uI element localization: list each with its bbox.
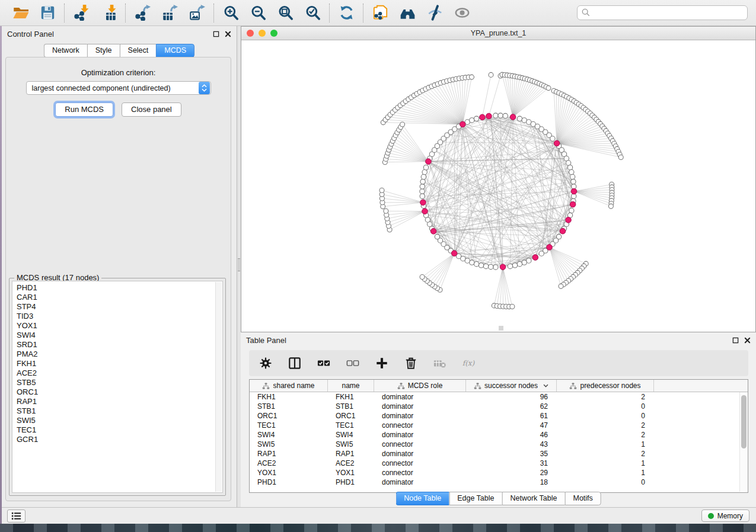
mcds-result-item[interactable]: FKH1 (17, 359, 222, 368)
cell-predecessor-nodes[interactable]: 1 (557, 469, 654, 477)
mcds-result-item[interactable]: STB1 (17, 406, 222, 416)
save-session-icon[interactable] (38, 4, 57, 22)
cell-successor-nodes[interactable]: 61 (466, 412, 557, 420)
mcds-result-item[interactable]: TID3 (17, 312, 222, 321)
cell-shared-name[interactable]: SWI5 (250, 440, 328, 448)
deselect-all-icon[interactable] (346, 356, 360, 370)
table-row[interactable]: STB1STB1dominator620 (250, 402, 748, 411)
cell-successor-nodes[interactable]: 96 (466, 393, 557, 401)
mcds-result-item[interactable]: YOX1 (17, 321, 222, 331)
settings-gear-icon[interactable] (259, 356, 273, 370)
cell-name[interactable]: YOX1 (328, 469, 374, 477)
cell-predecessor-nodes[interactable]: 0 (557, 402, 654, 411)
cell-shared-name[interactable]: STB1 (250, 402, 328, 411)
canvas-handle[interactable] (499, 326, 503, 331)
cell-successor-nodes[interactable]: 62 (466, 402, 557, 411)
cell-shared-name[interactable]: ACE2 (250, 459, 328, 467)
table-row[interactable]: TEC1TEC1connector472 (250, 421, 748, 430)
delete-icon[interactable] (404, 356, 418, 370)
open-file-icon[interactable] (11, 4, 30, 22)
table-row[interactable]: PHD1PHD1dominator180 (250, 477, 748, 487)
zoom-fit-icon[interactable] (276, 4, 295, 22)
cell-shared-name[interactable]: YOX1 (250, 469, 328, 477)
export-table-icon[interactable] (160, 4, 179, 22)
add-icon[interactable] (375, 356, 389, 370)
import-network-icon[interactable] (72, 4, 91, 22)
hide-details-icon[interactable] (425, 4, 444, 22)
cell-MCDS-role[interactable]: dominator (374, 402, 466, 411)
cell-successor-nodes[interactable]: 43 (466, 440, 557, 448)
zoom-out-icon[interactable] (248, 4, 267, 22)
show-details-icon[interactable] (452, 4, 471, 22)
cell-predecessor-nodes[interactable]: 2 (557, 450, 654, 458)
table-row[interactable]: ORC1ORC1dominator610 (250, 411, 748, 421)
mcds-result-item[interactable]: GCR1 (17, 435, 222, 444)
close-panel-icon[interactable] (224, 30, 231, 37)
clone-network-icon[interactable] (371, 4, 390, 22)
criterion-dropdown[interactable]: largest connected component (undirected) (26, 81, 211, 95)
float-table-panel-icon[interactable] (732, 336, 739, 344)
search-input[interactable] (577, 5, 748, 20)
cell-name[interactable]: RAP1 (328, 450, 374, 458)
close-table-panel-icon[interactable] (744, 336, 751, 344)
cell-predecessor-nodes[interactable]: 2 (557, 431, 654, 439)
mcds-result-item[interactable]: RAP1 (17, 397, 222, 406)
cell-predecessor-nodes[interactable]: 0 (557, 478, 654, 486)
network-canvas[interactable] (241, 40, 755, 332)
tab-network[interactable]: Network (44, 44, 87, 57)
network-window-titlebar[interactable]: YPA_prune.txt_1 (241, 27, 755, 40)
select-all-icon[interactable] (317, 356, 331, 370)
tab-select[interactable]: Select (120, 44, 157, 57)
cell-name[interactable]: ORC1 (328, 412, 374, 420)
column-header-successor-nodes[interactable]: successor nodes (466, 380, 557, 392)
mcds-result-item[interactable]: PHD1 (17, 283, 222, 293)
cell-name[interactable]: SWI5 (328, 440, 374, 448)
tab-node-table[interactable]: Node Table (395, 492, 449, 505)
task-history-button[interactable] (7, 509, 25, 523)
tab-motifs[interactable]: Motifs (564, 492, 601, 505)
mcds-list-scrollbar[interactable] (215, 282, 222, 492)
cell-successor-nodes[interactable]: 29 (466, 469, 557, 477)
import-table-icon[interactable] (99, 4, 118, 22)
column-header-shared-name[interactable]: shared name (250, 380, 328, 392)
tab-mcds[interactable]: MCDS (156, 44, 194, 57)
cell-name[interactable]: STB1 (328, 402, 374, 411)
cell-predecessor-nodes[interactable]: 2 (557, 421, 654, 430)
mcds-result-item[interactable]: STB5 (17, 378, 222, 387)
cell-MCDS-role[interactable]: dominator (374, 478, 466, 486)
table-row[interactable]: YOX1YOX1connector291 (250, 468, 748, 477)
table-row[interactable]: SWI5SWI5connector431 (250, 440, 748, 449)
cell-name[interactable]: FKH1 (328, 393, 374, 401)
mcds-result-item[interactable]: CAR1 (17, 293, 222, 302)
table-row[interactable]: SWI4SWI4dominator462 (250, 430, 748, 440)
cell-MCDS-role[interactable]: dominator (374, 431, 466, 439)
cell-MCDS-role[interactable]: connector (374, 421, 466, 430)
memory-button[interactable]: Memory (701, 509, 749, 522)
cell-successor-nodes[interactable]: 46 (466, 431, 557, 439)
mcds-result-item[interactable]: PMA2 (17, 350, 222, 359)
cell-MCDS-role[interactable]: dominator (374, 393, 466, 401)
cell-successor-nodes[interactable]: 35 (466, 450, 557, 458)
export-network-icon[interactable] (133, 4, 152, 22)
cell-successor-nodes[interactable]: 47 (466, 421, 557, 430)
zoom-selected-icon[interactable] (303, 4, 322, 22)
run-mcds-button[interactable]: Run MCDS (55, 102, 113, 117)
cell-predecessor-nodes[interactable]: 1 (557, 440, 654, 448)
zoom-in-icon[interactable] (221, 4, 240, 22)
tab-network-table[interactable]: Network Table (502, 492, 565, 505)
cell-successor-nodes[interactable]: 31 (466, 459, 557, 467)
table-row[interactable]: FKH1FKH1dominator962 (250, 392, 748, 402)
cell-shared-name[interactable]: ORC1 (250, 412, 328, 420)
binoculars-icon[interactable] (398, 4, 417, 22)
cell-MCDS-role[interactable]: connector (374, 459, 466, 467)
refresh-icon[interactable] (337, 4, 356, 22)
cell-predecessor-nodes[interactable]: 2 (557, 393, 654, 401)
column-header-MCDS-role[interactable]: MCDS role (374, 380, 466, 392)
float-panel-icon[interactable] (212, 30, 219, 37)
mcds-result-item[interactable]: ACE2 (17, 368, 222, 378)
cell-MCDS-role[interactable]: dominator (374, 450, 466, 458)
mcds-result-item[interactable]: TEC1 (17, 425, 222, 435)
mcds-result-item[interactable]: SRD1 (17, 340, 222, 350)
cell-name[interactable]: ACE2 (328, 459, 374, 467)
cell-predecessor-nodes[interactable]: 0 (557, 412, 654, 420)
